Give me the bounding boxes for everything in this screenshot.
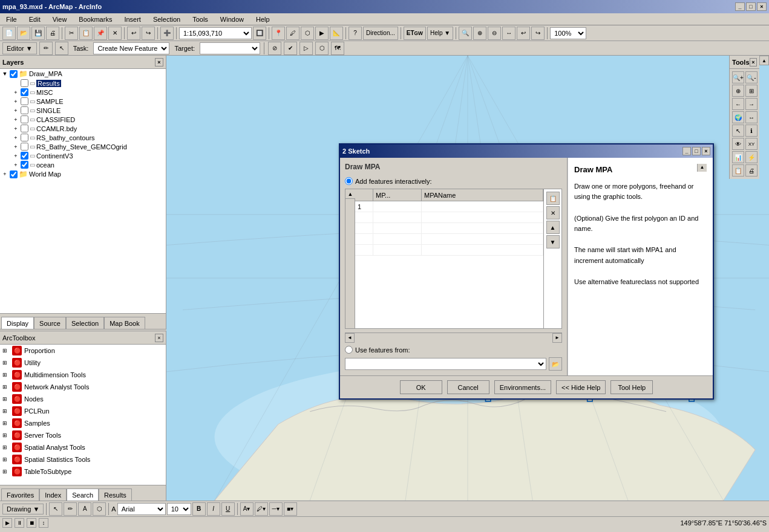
target-select[interactable]: [200, 42, 260, 54]
radio-use-features[interactable]: Use features from:: [345, 346, 562, 354]
help2-btn[interactable]: Help ▼: [427, 27, 453, 40]
expand-icon-classified[interactable]: +: [12, 116, 19, 123]
font-size-select[interactable]: 10: [167, 503, 191, 515]
dialog-close-btn[interactable]: ×: [702, 147, 710, 155]
close-button[interactable]: ×: [757, 2, 767, 11]
scale-select[interactable]: 1:15,093,710: [179, 27, 252, 39]
layer-ccamlr[interactable]: + ▭ CCAMLR.bdy: [0, 124, 166, 133]
toolbox-nodes[interactable]: ⊞ 🔴 Nodes: [0, 393, 166, 405]
info-tool[interactable]: ℹ: [745, 125, 758, 137]
globe-tool[interactable]: 🌍: [732, 111, 744, 123]
tab-selection[interactable]: Selection: [66, 317, 104, 329]
layer-ocean[interactable]: + ▭ ocean: [0, 160, 166, 169]
zoom-out-tool[interactable]: 🔍-: [745, 71, 758, 83]
back-tool[interactable]: ←: [732, 98, 744, 110]
layer-checkbox-misc[interactable]: [21, 88, 28, 96]
toolbox-pclrun[interactable]: ⊞ 🔴 PCLRun: [0, 405, 166, 417]
pen-tool[interactable]: ✏: [64, 502, 77, 516]
font-color-btn[interactable]: A▾: [240, 502, 254, 516]
task-select[interactable]: Create New Feature: [93, 42, 169, 54]
tool1[interactable]: 📍: [272, 27, 285, 40]
help-btn[interactable]: ?: [349, 27, 362, 40]
zoom6[interactable]: ↪: [531, 27, 545, 40]
line-color-btn[interactable]: ─▾: [269, 502, 283, 516]
status-play-btn[interactable]: ▶: [2, 518, 12, 528]
dialog-max-btn[interactable]: □: [692, 147, 701, 155]
expand-icon-worldmap[interactable]: +: [1, 170, 8, 178]
drawing-dropdown[interactable]: Drawing ▼: [2, 504, 44, 514]
move-up-btn[interactable]: ▲: [546, 221, 560, 234]
editor-dropdown[interactable]: Editor ▼: [2, 42, 37, 54]
tool5[interactable]: 📐: [330, 27, 343, 40]
delete-btn[interactable]: ✕: [108, 27, 122, 40]
menu-help[interactable]: Help: [252, 15, 273, 24]
status-expand-btn[interactable]: ↕: [39, 518, 48, 528]
pencil-btn[interactable]: ✏: [39, 42, 53, 55]
radio-add-features[interactable]: Add features interactively:: [345, 177, 562, 185]
toolbox-close-btn[interactable]: ×: [155, 334, 163, 342]
features-select[interactable]: [345, 358, 546, 370]
delete-row-btn[interactable]: ✕: [546, 206, 560, 219]
add-data-btn[interactable]: ➕: [160, 27, 174, 40]
zoom5[interactable]: ↩: [517, 27, 530, 40]
copy-btn[interactable]: 📋: [79, 27, 93, 40]
zoom2[interactable]: ⊕: [473, 27, 486, 40]
xy-tool[interactable]: XY: [745, 138, 758, 150]
map-area[interactable]: Antarctic Oasis 110°E 9.0E 110E 2 Sketch…: [166, 56, 769, 501]
toolbox-samples[interactable]: ⊞ 🔴 Samples: [0, 417, 166, 429]
toolbox-proportion[interactable]: ⊞ 🔴 Proportion: [0, 345, 166, 357]
print-tool2[interactable]: 🖨: [745, 164, 758, 177]
toolbox-utility[interactable]: ⊞ 🔴 Utility: [0, 357, 166, 369]
tab-mapbook[interactable]: Map Book: [104, 317, 145, 329]
environments-button[interactable]: Environments...: [494, 380, 551, 394]
font-select[interactable]: Arial: [117, 503, 166, 515]
measure-tool[interactable]: 👁: [732, 138, 744, 150]
menu-bookmarks[interactable]: Bookmarks: [75, 15, 116, 24]
polygon-tool[interactable]: ⬡: [93, 502, 106, 516]
expand-icon-single[interactable]: +: [12, 107, 19, 114]
flash-tool[interactable]: ⚡: [745, 151, 758, 163]
layer-checkbox-sample[interactable]: [21, 97, 28, 105]
layer-checkbox-results[interactable]: [21, 79, 28, 87]
help-scrollbar[interactable]: ▲: [697, 164, 707, 172]
expand-icon-misc[interactable]: +: [12, 89, 19, 96]
toolbox-spatial-stats[interactable]: ⊞ 🔴 Spatial Statistics Tools: [0, 453, 166, 465]
toolbox-server[interactable]: ⊞ 🔴 Server Tools: [0, 429, 166, 441]
tab-display[interactable]: Display: [1, 317, 34, 329]
ed-tool4[interactable]: ⬡: [315, 42, 329, 55]
nav-tool[interactable]: ↔: [745, 111, 758, 123]
status-pause-btn[interactable]: ⏸: [15, 518, 24, 528]
full-extent-tool[interactable]: ⊞: [745, 85, 758, 97]
zoom4[interactable]: ↔: [502, 27, 515, 40]
expand-icon-sample[interactable]: +: [12, 98, 19, 105]
tab-index[interactable]: Index: [39, 488, 67, 501]
ed-tool1[interactable]: ⊘: [268, 42, 281, 55]
toolbox-table-subtype[interactable]: ⊞ 🔴 TableToSubtype: [0, 465, 166, 478]
new-btn[interactable]: 📄: [2, 27, 16, 40]
layer-checkbox-draw-mpa[interactable]: [10, 70, 18, 78]
layer-classified[interactable]: + ▭ CLASSIFIED: [0, 115, 166, 124]
cut-btn[interactable]: ✂: [65, 27, 78, 40]
undo-btn[interactable]: ↩: [127, 27, 140, 40]
fill-color-btn[interactable]: ■▾: [284, 502, 297, 516]
menu-selection[interactable]: Selection: [149, 15, 184, 24]
layer-worldmap[interactable]: + 📁 World Map: [0, 169, 166, 179]
zoom3[interactable]: ⊖: [488, 27, 501, 40]
toolbox-multidimension[interactable]: ⊞ 🔴 Multidimension Tools: [0, 369, 166, 381]
status-stop-btn[interactable]: ⏹: [27, 518, 36, 528]
tools-panel-close[interactable]: ×: [750, 58, 757, 66]
italic-btn[interactable]: I: [207, 502, 220, 516]
ed-tool2[interactable]: ✔: [284, 42, 297, 55]
ed-tool3[interactable]: ▷: [299, 42, 313, 55]
features-browse-btn[interactable]: 📂: [549, 357, 562, 371]
layer-checkbox-ccamlr[interactable]: [21, 125, 28, 132]
tab-results[interactable]: Results: [99, 488, 132, 501]
menu-view[interactable]: View: [49, 15, 71, 24]
layer-draw-mpa[interactable]: ▼ 📁 Draw_MPA: [0, 69, 166, 79]
layer-single[interactable]: + ▭ SINGLE: [0, 106, 166, 115]
cancel-button[interactable]: Cancel: [447, 380, 489, 394]
tab-favorites[interactable]: Favorites: [1, 488, 39, 501]
scroll-right-btn[interactable]: ►: [552, 333, 562, 343]
tool2[interactable]: 🖊: [286, 27, 299, 40]
cell-mp-1[interactable]: [373, 201, 422, 212]
